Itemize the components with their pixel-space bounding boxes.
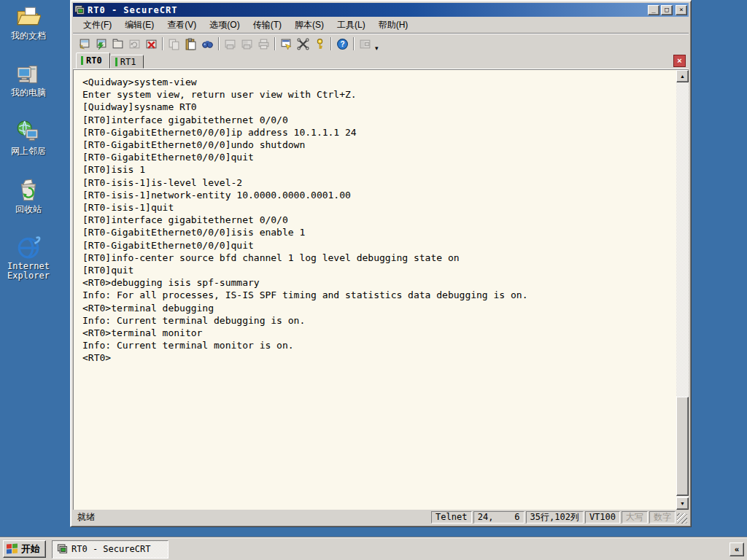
taskbar-task-securecrt[interactable]: RT0 - SecureCRT — [52, 540, 169, 559]
svg-text:?: ? — [340, 40, 344, 48]
status-ready: 就绪 — [74, 511, 430, 524]
task-label: RT0 - SecureCRT — [71, 544, 150, 554]
key-generator-icon[interactable] — [311, 36, 328, 52]
help-icon[interactable]: ? — [334, 36, 351, 52]
reconnect-icon[interactable] — [126, 36, 143, 52]
terminal-line: [RT0]interface gigabitethernet 0/0/0 — [82, 114, 673, 126]
scroll-down-icon[interactable]: ▼ — [676, 497, 689, 510]
terminal-line: Enter system view, return user view with… — [82, 88, 673, 101]
desktop-icon-label: 回收站 — [15, 205, 42, 214]
print-selection-icon[interactable] — [239, 36, 255, 52]
tab-close-button[interactable]: × — [673, 55, 686, 67]
toolbar-separator — [353, 37, 355, 50]
terminal-line: [RT0]isis 1 — [82, 163, 673, 176]
resize-grip[interactable] — [677, 513, 687, 524]
tab-label: RT1 — [120, 57, 136, 67]
maximize-button[interactable]: □ — [661, 5, 673, 15]
toolbar-overflow-icon[interactable]: ▾ — [375, 44, 379, 53]
scroll-up-icon[interactable]: ▲ — [676, 70, 689, 82]
my-computer-icon — [16, 61, 41, 86]
internet-explorer-icon — [16, 235, 41, 260]
close-button[interactable]: × — [676, 5, 687, 15]
window-title: RT0 - SecureCRT — [88, 5, 646, 15]
terminal-line: [RT0]quit — [82, 264, 673, 276]
terminal-line: Info: Current terminal monitor is on. — [82, 339, 673, 351]
toolbar-separator — [162, 37, 163, 50]
network-places-icon — [16, 120, 41, 144]
desktop-icon-label: 网上邻居 — [11, 147, 46, 156]
terminal-line: <Quidway>system-view — [82, 76, 673, 88]
status-cursor-position: 24, 6 — [473, 511, 525, 524]
tab-status-indicator — [115, 58, 117, 66]
recycle-bin-icon — [16, 178, 41, 203]
menu-item-6[interactable]: 工具(L) — [331, 17, 371, 34]
terminal-line: [RT0]interface gigabitethernet 0/0/0 — [82, 214, 673, 226]
menu-bar: 文件(F)编辑(E)查看(V)选项(O)传输(T)脚本(S)工具(L)帮助(H) — [73, 17, 689, 34]
taskbar: 开始 RT0 - SecureCRT « — [0, 537, 747, 560]
status-num-lock: 数字 — [649, 511, 676, 524]
securecrt-app-icon — [74, 5, 85, 15]
start-button[interactable]: 开始 — [3, 540, 46, 558]
menu-item-3[interactable]: 选项(O) — [204, 17, 245, 34]
desktop-icon-my-computer[interactable]: 我的电脑 — [0, 61, 57, 98]
menu-item-5[interactable]: 脚本(S) — [289, 17, 330, 34]
keymap-editor-icon[interactable] — [295, 36, 311, 52]
quick-connect-icon[interactable] — [76, 36, 93, 52]
tab-status-indicator — [81, 56, 83, 65]
status-protocol: Telnet — [431, 511, 472, 524]
menu-item-1[interactable]: 编辑(E) — [119, 17, 160, 34]
terminal-line: <RT0> — [82, 351, 673, 364]
terminal-area[interactable]: <Quidway>system-viewEnter system view, r… — [73, 69, 689, 510]
terminal-line: [RT0-GigabitEthernet0/0/0]isis enable 1 — [82, 226, 673, 238]
vertical-scrollbar[interactable]: ▲ ▼ — [676, 70, 689, 510]
print-icon[interactable] — [222, 36, 239, 52]
tray-overflow-button[interactable]: « — [729, 542, 744, 556]
terminal-line: [RT0]info-center source bfd channel 1 lo… — [82, 252, 673, 264]
session-manager-icon[interactable] — [357, 36, 374, 52]
terminal-line: Info: Current terminal debugging is on. — [82, 314, 673, 327]
toolbar-separator — [330, 37, 332, 50]
terminal-line: Info: For all processes, IS-IS SPF timin… — [82, 289, 673, 301]
securecrt-app-icon — [57, 544, 68, 554]
desktop-icon-recycle-bin[interactable]: 回收站 — [0, 178, 57, 214]
disconnect-icon[interactable] — [143, 36, 160, 52]
desktop-icon-internet-explorer[interactable]: Internet Explorer — [0, 235, 57, 281]
status-bar: 就绪 Telnet 24, 6 35行,102列 VT100 大写 数字 — [73, 510, 689, 524]
terminal-line: [RT0-isis-1]network-entity 10.0000.0000.… — [82, 189, 673, 201]
toolbar-separator — [274, 37, 276, 50]
tab-rt1[interactable]: RT1 — [110, 55, 144, 69]
status-caps-lock: 大写 — [622, 511, 648, 524]
toolbar: ? ▾ — [73, 34, 689, 53]
menu-item-0[interactable]: 文件(F) — [77, 17, 117, 34]
desktop-icon-my-documents[interactable]: 我的文档 — [0, 4, 57, 41]
connect-in-tab-icon[interactable] — [109, 36, 126, 52]
title-bar[interactable]: RT0 - SecureCRT _ □ × — [73, 3, 689, 17]
windows-logo-icon — [7, 543, 18, 554]
connect-icon[interactable] — [93, 36, 109, 52]
menu-item-4[interactable]: 传输(T) — [247, 17, 287, 34]
terminal-line: [RT0-GigabitEthernet0/0/0]undo shutdown — [82, 139, 673, 151]
find-icon[interactable] — [199, 36, 216, 52]
session-options-icon[interactable] — [278, 36, 295, 52]
copy-icon[interactable] — [166, 36, 182, 52]
tab-rt0[interactable]: RT0 — [76, 52, 110, 69]
menu-item-2[interactable]: 查看(V) — [161, 17, 202, 34]
terminal-output[interactable]: <Quidway>system-viewEnter system view, r… — [74, 70, 676, 510]
desktop-icon-label: Internet Explorer — [7, 262, 50, 281]
start-label: 开始 — [21, 542, 40, 556]
paste-icon[interactable] — [182, 36, 199, 52]
status-emulation: VT100 — [585, 511, 620, 524]
tab-label: RT0 — [86, 55, 102, 66]
terminal-line: [RT0-isis-1]is-level level-2 — [82, 176, 673, 189]
minimize-button[interactable]: _ — [648, 5, 659, 15]
scrollbar-thumb[interactable] — [676, 397, 689, 496]
tab-bar: RT0 RT1 × — [73, 53, 689, 69]
menu-item-7[interactable]: 帮助(H) — [373, 17, 414, 34]
desktop-icon-label: 我的文档 — [11, 31, 46, 41]
printer-icon[interactable] — [255, 36, 272, 52]
desktop-icon-network-places[interactable]: 网上邻居 — [0, 120, 57, 156]
terminal-line: [RT0-GigabitEthernet0/0/0]quit — [82, 239, 673, 252]
my-documents-icon — [16, 4, 41, 29]
terminal-line: [RT0-GigabitEthernet0/0/0]ip address 10.… — [82, 126, 673, 139]
toolbar-separator — [218, 37, 220, 50]
